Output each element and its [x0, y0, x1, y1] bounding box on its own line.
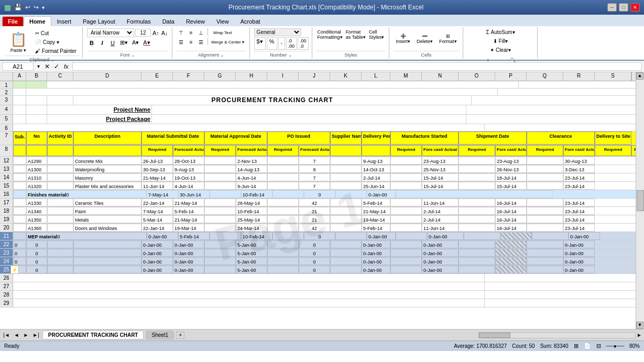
cell-15-N[interactable]: 15-Jul-14 — [422, 182, 459, 190]
col-header-G[interactable]: G — [204, 72, 236, 81]
cell-13-Q[interactable] — [527, 165, 563, 173]
underline-button[interactable]: U — [108, 39, 117, 47]
view-normal-button[interactable]: ⊞ — [574, 343, 578, 349]
cell-15-L[interactable]: 25-Jun-14 — [362, 182, 390, 190]
cell-23-J[interactable]: 0 — [299, 249, 330, 257]
cell-12-L[interactable]: 9-Aug-13 — [362, 157, 390, 164]
cell-13-H[interactable]: 14-Aug-13 — [236, 165, 267, 173]
scroll-thumb[interactable] — [637, 190, 644, 211]
scroll-up-button[interactable]: ▲ — [636, 72, 643, 80]
view-page-layout-button[interactable]: 📄 — [584, 343, 591, 349]
cell-24-G[interactable] — [204, 257, 236, 265]
font-shrink-icon[interactable]: A↓ — [161, 29, 169, 37]
tab-home[interactable]: Home — [24, 16, 51, 26]
cell-12-H[interactable]: 2-Nov-13 — [236, 157, 267, 164]
cell-A4[interactable] — [13, 105, 26, 114]
cell-24-E[interactable]: 0-Jan-00 — [141, 257, 173, 265]
cell-22-I[interactable] — [267, 240, 299, 248]
cell-24-F[interactable]: 0-Jan-00 — [173, 257, 204, 265]
fill-button[interactable]: ⬇ Fill▾ — [492, 37, 509, 45]
cell-21-R[interactable]: 0-Jan-00 — [569, 232, 600, 240]
col-header-F[interactable]: F — [173, 72, 204, 81]
cell-22-O[interactable] — [459, 240, 495, 248]
cell-C3[interactable] — [47, 96, 73, 105]
cell-24-Q[interactable] — [527, 257, 563, 265]
cell-25-E[interactable]: 0-Jan-00 — [141, 266, 173, 273]
cell-18-N[interactable]: 2-Jul-14 — [422, 207, 459, 215]
conditional-formatting-button[interactable]: ConditionalFormatting▾ — [316, 28, 344, 41]
cell-25-N[interactable]: 0-Jan-00 — [422, 266, 459, 273]
cell-24-O[interactable] — [459, 257, 495, 265]
tab-view[interactable]: View — [211, 16, 235, 26]
confirm-formula-button[interactable]: ✓ — [53, 63, 60, 70]
cell-18-E[interactable]: 7-May-14 — [141, 207, 173, 215]
cell-13-J[interactable]: 8 — [299, 165, 330, 173]
cell-19-J[interactable]: 21 — [299, 215, 330, 223]
cell-19-Q[interactable] — [527, 215, 563, 223]
cell-18-C[interactable] — [47, 207, 73, 215]
cell-A5[interactable] — [13, 115, 26, 124]
tab-review[interactable]: Review — [180, 16, 211, 26]
cell-16-A[interactable] — [13, 190, 26, 198]
cell-24-I[interactable] — [267, 257, 299, 265]
cell-24-L[interactable]: 0-Jan-00 — [362, 257, 390, 265]
autosum-button[interactable]: Σ AutoSum▾ — [485, 28, 516, 36]
cell-22-A[interactable]: 0 — [13, 240, 26, 248]
align-middle-button[interactable]: ≡ — [187, 28, 196, 37]
cell-18-B[interactable]: A1340 — [26, 207, 47, 215]
cell-16-G[interactable] — [210, 190, 241, 198]
cell-rest-5[interactable] — [152, 115, 466, 124]
tab-data[interactable]: Data — [157, 16, 180, 26]
cell-A3[interactable] — [13, 96, 26, 105]
cell-15-M[interactable] — [390, 182, 422, 190]
cell-22-N[interactable]: 0-Jan-00 — [422, 240, 459, 248]
currency-button[interactable]: $▾ — [254, 37, 266, 50]
cell-B1[interactable] — [26, 81, 47, 88]
align-bottom-button[interactable]: ⊥ — [197, 28, 206, 37]
cell-12-F[interactable]: 28-Oct-13 — [173, 157, 204, 164]
cell-14-H[interactable]: 4-Jun-14 — [236, 173, 267, 181]
cell-16-K[interactable] — [335, 190, 367, 198]
cell-21-F[interactable]: 5-Feb-14 — [178, 232, 210, 240]
cell-A1[interactable] — [13, 81, 26, 88]
cell-20-A[interactable] — [13, 224, 26, 232]
cell-14-G[interactable] — [204, 173, 236, 181]
maximize-button[interactable]: □ — [619, 3, 628, 12]
tab-insert[interactable]: Insert — [51, 16, 78, 26]
font-name-dropdown[interactable]: Arial Narrow — [87, 28, 134, 37]
cell-14-I[interactable] — [267, 173, 299, 181]
cell-12-E[interactable]: 26-Jul-13 — [141, 157, 173, 164]
quick-access-dropdown[interactable]: ▾ — [42, 5, 45, 10]
cell-23-M[interactable] — [390, 249, 422, 257]
cell-13-B[interactable]: A1300 — [26, 165, 47, 173]
cell-18-L[interactable]: 21-May-14 — [362, 207, 390, 215]
col-header-S[interactable]: S — [595, 72, 631, 81]
cell-25-I[interactable] — [267, 266, 299, 273]
sheet-nav-prev[interactable]: ◄ — [13, 332, 20, 338]
percent-button[interactable]: % — [267, 37, 277, 50]
cell-13-C[interactable] — [47, 165, 73, 173]
cell-17-N[interactable]: 11-Jun-14 — [422, 199, 459, 206]
align-right-button[interactable]: ☰ — [197, 38, 206, 46]
cell-B5[interactable] — [26, 115, 47, 124]
cell-22-P-striped[interactable] — [495, 240, 527, 248]
cell-19-H[interactable]: 25-May-14 — [236, 215, 267, 223]
cell-19-B[interactable]: A1350 — [26, 215, 47, 223]
cell-25-M[interactable] — [390, 266, 422, 273]
cell-15-O[interactable] — [459, 182, 495, 190]
close-button[interactable]: ✕ — [630, 3, 640, 12]
cell-23-G[interactable] — [204, 249, 236, 257]
col-header-J[interactable]: J — [299, 72, 330, 81]
cell-20-D[interactable]: Doors and Windows — [73, 224, 141, 232]
cell-14-K[interactable] — [330, 173, 362, 181]
cell-17-Q[interactable] — [527, 199, 563, 206]
cell-25-L[interactable]: 0-Jan-00 — [362, 266, 390, 273]
cell-15-H[interactable]: 9-Jun-14 — [236, 182, 267, 190]
cell-15-Q[interactable] — [527, 182, 563, 190]
cell-13-K[interactable] — [330, 165, 362, 173]
cell-B3[interactable] — [26, 96, 47, 105]
cell-16-I[interactable] — [272, 190, 304, 198]
cell-13-M[interactable] — [390, 165, 422, 173]
cell-17-K[interactable] — [330, 199, 362, 206]
font-size-input[interactable] — [135, 29, 151, 37]
